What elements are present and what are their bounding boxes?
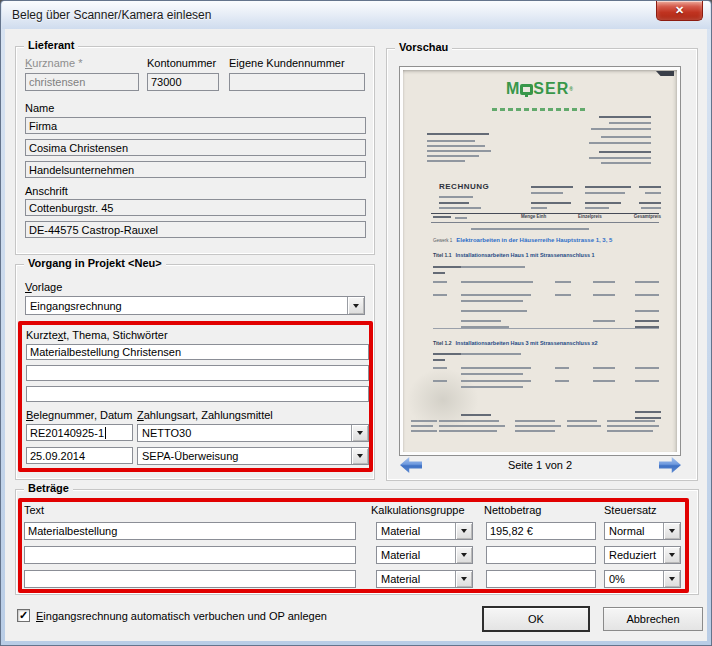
dropdown-button[interactable] — [455, 547, 472, 563]
blurred-text-line — [607, 430, 653, 432]
betrag-text-field-2[interactable] — [24, 546, 356, 564]
kalkulationsgruppe-dropdown-3[interactable]: Material — [376, 570, 473, 588]
group-lieferant-label: Lieferant — [24, 39, 78, 51]
blurred-text-line — [635, 380, 659, 382]
dropdown-button[interactable] — [455, 523, 472, 539]
blurred-text-line — [639, 202, 661, 204]
belegnummer-field-text: RE20140925-1 — [30, 427, 104, 439]
dropdown-button[interactable] — [663, 547, 680, 563]
steuersatz-dropdown-1[interactable]: Normal — [604, 522, 681, 540]
zahlungsart-dropdown-button[interactable] — [351, 425, 368, 441]
blurred-text-line — [567, 420, 597, 422]
blurred-text-line — [593, 380, 615, 382]
blurred-text-line — [585, 192, 625, 194]
vorlage-dropdown[interactable]: Eingangsrechnung — [25, 296, 365, 315]
blurred-text-line — [433, 359, 445, 361]
table-rule-bottom — [431, 222, 659, 223]
blurred-text-line — [515, 430, 555, 432]
dropdown-button[interactable] — [663, 571, 680, 587]
blurred-text-line — [433, 281, 447, 283]
zahlungsmittel-dropdown[interactable]: SEPA-Überweisung — [137, 447, 369, 465]
kurzname-field: christensen — [25, 73, 139, 91]
anschrift-field-1[interactable]: Cottenburgstr. 45 — [25, 199, 366, 216]
kurztext-field-2[interactable] — [26, 365, 369, 381]
blurred-text-line — [593, 367, 615, 369]
datum-field[interactable]: 25.09.2014 — [26, 447, 133, 464]
blurred-text-line — [461, 353, 521, 355]
name-field-1[interactable]: Firma — [25, 117, 366, 134]
zahlungsmittel-dropdown-button[interactable] — [351, 448, 368, 464]
kalkulationsgruppe-dropdown-2[interactable]: Material — [376, 546, 473, 564]
zahlungsart-dropdown[interactable]: NETTO30 — [137, 424, 369, 442]
chevron-down-icon — [353, 304, 359, 308]
close-button[interactable]: ✕ — [656, 1, 703, 21]
cancel-button[interactable]: Abbrechen — [603, 607, 703, 631]
blurred-text-line — [461, 373, 523, 375]
betrag-text-field-1[interactable]: Materialbestellung — [24, 522, 356, 540]
invoice-gewerk-line: Gewerk 1 Elektroarbeiten in der Häuserre… — [433, 237, 612, 243]
blurred-text-line — [555, 367, 569, 369]
blurred-text-line — [607, 425, 659, 427]
zahlungsart-dropdown-value: NETTO30 — [138, 427, 351, 439]
kontonummer-field[interactable]: 73000 — [147, 73, 219, 91]
name-field-2[interactable]: Cosima Christensen — [25, 139, 366, 156]
titlebar[interactable]: Beleg über Scanner/Kamera einlesen — [2, 1, 710, 29]
blurred-text-line — [593, 320, 615, 322]
chevron-down-icon — [357, 454, 363, 458]
zahlungsart-label: Zahlungsart, Zahlungsmittel — [137, 409, 273, 421]
vorlage-dropdown-value: Eingangsrechnung — [26, 300, 347, 312]
auto-verbuchen-checkbox[interactable]: ✓ — [17, 609, 30, 622]
blurred-text-line — [641, 207, 661, 209]
ok-button[interactable]: OK — [483, 607, 589, 631]
col-header: Einzelpreis — [578, 214, 602, 219]
blurred-text-line — [433, 353, 463, 355]
belegnummer-field[interactable]: RE20140925-1 — [26, 424, 133, 441]
nettobetrag-column-label: Nettobetrag — [484, 504, 541, 516]
kurztext-field-3[interactable] — [26, 386, 369, 402]
right-arrow-icon — [659, 457, 681, 473]
nettobetrag-field-2[interactable] — [486, 546, 596, 564]
dropdown-value: Normal — [605, 525, 663, 537]
dropdown-value: Material — [377, 573, 455, 585]
nettobetrag-field-3[interactable] — [486, 570, 596, 588]
window-title: Beleg über Scanner/Kamera einlesen — [12, 8, 211, 22]
dropdown-value: Material — [377, 525, 455, 537]
betrag-text-field-3[interactable] — [24, 570, 356, 588]
anschrift-field-2[interactable]: DE-44575 Castrop-Rauxel — [25, 221, 366, 238]
dropdown-value: 0% — [605, 573, 663, 585]
steuersatz-column-label: Steuersatz — [604, 504, 657, 516]
vorlage-dropdown-button[interactable] — [347, 297, 364, 314]
label-suffix: urzname * — [32, 57, 82, 69]
blurred-text-line — [589, 142, 651, 144]
next-page-button[interactable] — [659, 457, 681, 473]
kalkulationsgruppe-dropdown-1[interactable]: Material — [376, 522, 473, 540]
steuersatz-dropdown-3[interactable]: 0% — [604, 570, 681, 588]
blurred-text-line — [555, 294, 571, 296]
chevron-down-icon — [669, 529, 675, 533]
steuersatz-dropdown-2[interactable]: Reduziert — [604, 546, 681, 564]
chevron-down-icon — [669, 577, 675, 581]
blurred-text-line — [439, 202, 469, 204]
gewerk-title: Elektroarbeiten in der Häuserreihe Haupt… — [456, 237, 612, 243]
dropdown-button[interactable] — [455, 571, 472, 587]
blurred-text-line — [411, 420, 437, 422]
blurred-text-line — [531, 186, 573, 188]
close-icon: ✕ — [675, 4, 684, 17]
auto-verbuchen-label: Eingangsrechnung automatisch verbuchen u… — [36, 610, 327, 622]
kurzname-label: Kurzname * — [25, 57, 82, 69]
chevron-down-icon — [461, 577, 467, 581]
kundennummer-field[interactable] — [229, 73, 365, 91]
name-field-3[interactable]: Handelsunternehmen — [25, 161, 366, 178]
chevron-down-icon — [669, 553, 675, 557]
text-cursor — [105, 427, 106, 439]
invoice-heading: RECHNUNG — [439, 182, 489, 191]
kurztext-field-1[interactable]: Materialbestellung Christensen — [26, 344, 369, 360]
blurred-text-line — [461, 281, 533, 283]
blurred-text-line — [599, 116, 651, 118]
blurred-text-line — [531, 192, 563, 194]
blurred-text-line — [433, 272, 445, 274]
dropdown-button[interactable] — [663, 523, 680, 539]
nettobetrag-field-1[interactable]: 195,82 € — [486, 522, 596, 540]
blurred-text-line — [599, 151, 651, 153]
titel-number: Titel 1.2 — [433, 340, 452, 346]
